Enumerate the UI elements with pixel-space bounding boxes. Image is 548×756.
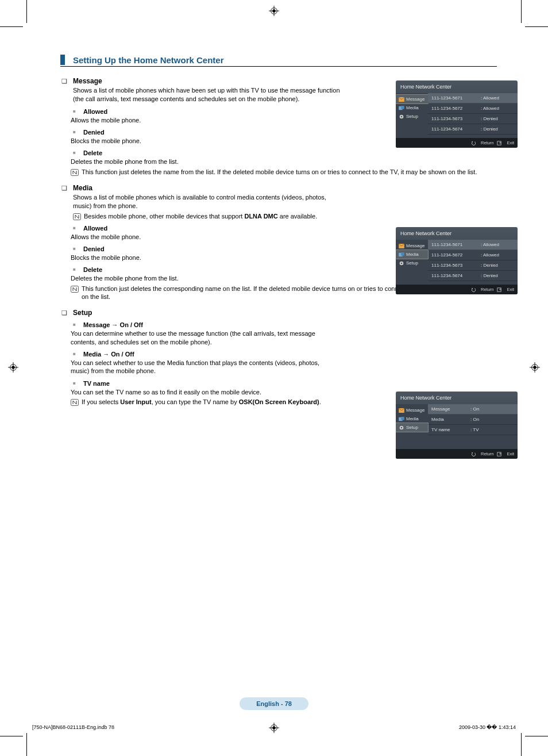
setup-media-desc: You can select whether to use the Media …	[71, 359, 335, 375]
table-row: 111-1234-5671: Allowed	[428, 93, 518, 103]
section-title-bar: Setting Up the Home Network Center	[60, 55, 497, 67]
return-icon	[471, 141, 476, 145]
square-bullet-icon: ■	[73, 129, 79, 136]
outline-square-icon: ❏	[60, 77, 68, 85]
delete-heading: Delete	[83, 149, 102, 156]
table-row: 111-1234-5673: Denied	[428, 260, 518, 271]
gear-icon	[399, 114, 404, 119]
gear-icon	[399, 425, 404, 430]
note-icon	[73, 212, 81, 219]
square-bullet-icon: ■	[73, 225, 79, 232]
side-media: Media	[396, 415, 428, 423]
square-bullet-icon: ■	[73, 149, 79, 156]
table-row: TV name: TV	[428, 425, 518, 435]
svg-rect-28	[401, 252, 404, 256]
screenshot-title: Home Network Center	[396, 227, 518, 240]
note-icon	[71, 398, 79, 405]
table-row: 111-1234-5674: Denied	[428, 271, 518, 281]
media-heading: Media	[73, 184, 92, 192]
table-row: Media: On	[428, 415, 518, 425]
outline-square-icon: ❏	[60, 184, 68, 192]
return-icon	[471, 452, 476, 456]
table-row: 111-1234-5673: Denied	[428, 114, 518, 124]
registration-mark-icon	[269, 6, 279, 16]
note-icon	[71, 168, 79, 175]
square-bullet-icon: ■	[73, 266, 79, 273]
message-desc: Shows a list of mobile phones which have…	[73, 86, 343, 103]
envelope-icon	[399, 97, 404, 102]
svg-point-3	[272, 9, 275, 12]
media-denied-heading: Denied	[83, 245, 105, 252]
setup-msg-heading: Message → On / Off	[83, 321, 143, 328]
screenshot-title: Home Network Center	[396, 392, 518, 404]
media-icon	[399, 252, 404, 257]
footer-timestamp: 2009-03-30 �� 1:43:14	[459, 724, 516, 730]
setup-media-heading: Media → On / Off	[83, 351, 134, 358]
side-setup: Setup	[396, 259, 428, 267]
svg-point-36	[401, 427, 403, 428]
side-message: Message	[396, 241, 428, 250]
media-icon	[399, 417, 404, 421]
square-bullet-icon: ■	[73, 321, 79, 328]
note-icon	[71, 285, 79, 291]
table-row: 111-1234-5672: Allowed	[428, 250, 518, 260]
gear-icon	[399, 261, 404, 266]
exit-icon	[497, 287, 501, 292]
side-media: Media	[396, 250, 428, 259]
svg-point-30	[401, 262, 403, 264]
table-row: 111-1234-5674: Denied	[428, 124, 518, 135]
setup-msg-desc: You can determine whether to use the mes…	[71, 329, 335, 346]
envelope-icon	[399, 408, 404, 413]
svg-point-15	[272, 726, 275, 729]
table-row: 111-1234-5672: Allowed	[428, 103, 518, 114]
svg-rect-34	[401, 417, 404, 420]
envelope-icon	[399, 244, 404, 248]
side-message: Message	[396, 95, 428, 103]
section-title: Setting Up the Home Network Center	[73, 55, 224, 65]
svg-rect-22	[401, 106, 404, 109]
table-row: 111-1234-5671: Allowed	[428, 240, 518, 250]
square-bullet-icon: ■	[73, 351, 79, 358]
delete-desc: Deletes the mobile phone from the list.	[71, 158, 497, 166]
return-icon	[471, 287, 476, 292]
media-delete-heading: Delete	[83, 266, 102, 273]
media-note: Besides mobile phone, other mobile devic…	[84, 212, 317, 220]
screenshot-message: Home Network Center Message Media Setup …	[396, 80, 518, 148]
registration-mark-icon	[530, 362, 540, 373]
screenshot-media: Home Network Center Message Media Setup …	[396, 227, 518, 294]
section-marker-icon	[60, 55, 65, 65]
allowed-heading: Allowed	[83, 108, 107, 115]
outline-square-icon: ❏	[60, 309, 68, 317]
media-desc: Shows a list of mobile phones which is a…	[73, 193, 343, 210]
page-footer: English - 78	[240, 697, 308, 710]
denied-heading: Denied	[83, 129, 105, 136]
exit-icon	[497, 452, 501, 456]
registration-mark-icon	[269, 723, 279, 733]
exit-icon	[497, 141, 501, 145]
message-heading: Message	[73, 77, 102, 85]
side-setup: Setup	[396, 112, 428, 121]
setup-heading: Setup	[73, 309, 92, 317]
side-setup: Setup	[396, 423, 428, 432]
delete-note: This function just deletes the name from…	[82, 168, 484, 176]
footer-file-info: [750-NA]BN68-02111B-Eng.indb 78	[32, 724, 114, 730]
media-icon	[399, 106, 404, 110]
table-row: Message: On	[428, 404, 518, 415]
screenshot-title: Home Network Center	[396, 80, 518, 93]
tvname-note: If you selects User Input, you can type …	[82, 398, 323, 406]
square-bullet-icon: ■	[73, 108, 79, 115]
setup-tvname-heading: TV name	[83, 380, 110, 387]
screenshot-setup: Home Network Center Message Media Setup …	[396, 392, 518, 459]
side-message: Message	[396, 406, 428, 415]
svg-point-7	[11, 366, 14, 369]
svg-point-24	[401, 116, 403, 117]
square-bullet-icon: ■	[73, 245, 79, 252]
svg-point-11	[533, 366, 536, 369]
registration-mark-icon	[8, 362, 18, 373]
media-allowed-heading: Allowed	[83, 225, 107, 232]
square-bullet-icon: ■	[73, 380, 79, 387]
side-media: Media	[396, 103, 428, 112]
